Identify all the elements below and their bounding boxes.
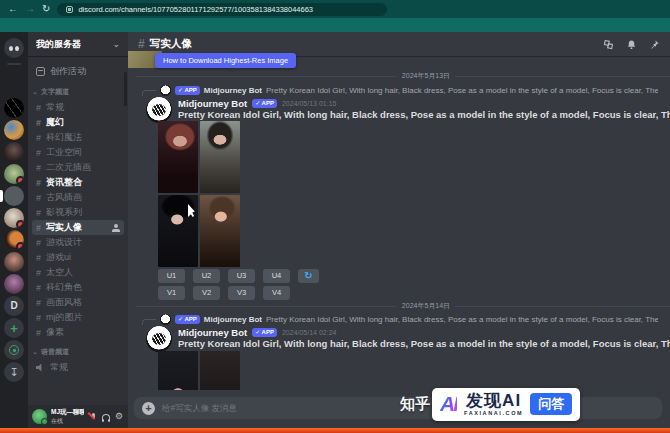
channel-item[interactable]: #mj的图片	[32, 310, 124, 325]
reply-context[interactable]: ✓ APP Midjourney Bot Pretty Korean Idol …	[128, 313, 658, 325]
channel-item[interactable]: #游戏ui	[32, 250, 124, 265]
image-grid[interactable]	[158, 121, 240, 267]
sidebar-scrollbar[interactable]	[124, 72, 127, 106]
category-text-channels[interactable]: ⌄ 文字频道	[28, 84, 128, 100]
rerun-button[interactable]: ↻	[298, 269, 319, 283]
calendar-icon	[36, 67, 45, 76]
author-name[interactable]: Midjourney Bot	[178, 327, 247, 338]
channel-label: 常规	[50, 361, 68, 374]
server-icon-midjourney[interactable]	[4, 98, 24, 118]
channel-item[interactable]: #游戏设计	[32, 235, 124, 250]
channel-item[interactable]: #像素	[32, 325, 124, 340]
v2-button[interactable]: V2	[193, 286, 220, 300]
deafen-button[interactable]	[101, 412, 111, 422]
hash-icon: #	[36, 328, 41, 338]
address-bar[interactable]: discord.com/channels/1077052801171292577…	[57, 3, 387, 16]
channel-item[interactable]: #工业空间	[32, 145, 124, 160]
server-icon[interactable]	[4, 164, 24, 184]
hash-icon: #	[36, 253, 41, 263]
channel-label: 太空人	[46, 266, 73, 279]
user-controls: ⚙	[88, 412, 124, 422]
hash-icon: #	[36, 148, 41, 158]
channel-item[interactable]: #画面风格	[32, 295, 124, 310]
browser-reload-icon[interactable]: ↻	[42, 0, 50, 18]
browser-forward-icon[interactable]: →	[25, 0, 35, 18]
download-icon: ↧	[9, 366, 18, 379]
server-icon[interactable]	[4, 230, 24, 250]
author-name[interactable]: Midjourney Bot	[178, 98, 247, 109]
reply-author[interactable]: Midjourney Bot	[204, 315, 262, 324]
user-panel: MJ玩—聊聊 在线 ⚙	[28, 405, 128, 428]
notification-bell-icon[interactable]	[626, 39, 637, 50]
user-meta: MJ玩—聊聊 在线	[51, 408, 84, 426]
browser-back-icon[interactable]: ←	[8, 0, 18, 18]
v3-button[interactable]: V3	[228, 286, 255, 300]
channel-label: 二次元插画	[46, 161, 91, 174]
u2-button[interactable]: U2	[193, 269, 220, 283]
site-info-icon[interactable]	[66, 6, 73, 13]
browser-chrome-band	[0, 18, 670, 32]
invite-member-icon[interactable]	[112, 224, 120, 232]
channel-item[interactable]: #科幻魔法	[32, 130, 124, 145]
channel-item[interactable]: #二次元插画	[32, 160, 124, 175]
server-icon-current[interactable]	[4, 186, 24, 206]
explore-servers-button[interactable]	[4, 340, 24, 360]
user-avatar[interactable]	[32, 409, 47, 424]
server-header[interactable]: 我的服务器 ⌄	[28, 32, 128, 56]
u1-button[interactable]: U1	[158, 269, 185, 283]
hash-icon: #	[36, 208, 41, 218]
add-server-button[interactable]: +	[4, 318, 24, 338]
reply-author[interactable]: Midjourney Bot	[204, 86, 262, 95]
message-input-bar: +	[128, 390, 670, 428]
channel-item[interactable]: #魔幻	[32, 115, 124, 130]
pinned-messages-icon[interactable]	[649, 39, 660, 50]
server-icon[interactable]	[4, 142, 24, 162]
download-apps-button[interactable]: ↧	[4, 362, 24, 382]
settings-button[interactable]: ⚙	[114, 412, 124, 422]
bottom-orange-bar	[0, 428, 670, 433]
channel-item[interactable]: #科幻角色	[32, 280, 124, 295]
channel-item[interactable]: #影视系列	[32, 205, 124, 220]
voice-channel-item[interactable]: 常规	[32, 360, 124, 375]
timestamp: 2024/05/13 01:15	[282, 100, 337, 107]
message-input-box[interactable]: +	[134, 397, 662, 419]
server-icon[interactable]	[4, 274, 24, 294]
server-icon-letter[interactable]: D	[4, 296, 24, 316]
mute-mic-button[interactable]	[88, 412, 98, 422]
generated-image-1[interactable]	[158, 121, 198, 193]
channel-item[interactable]: #常规	[32, 100, 124, 115]
discord-app: D + ↧ 我的服务器 ⌄ 创作活动 ⌄ 文字频道 #常规 #魔幻	[0, 32, 670, 428]
server-icon[interactable]	[4, 208, 24, 228]
bot-avatar[interactable]	[146, 326, 172, 352]
u4-button[interactable]: U4	[263, 269, 290, 283]
reply-spine	[142, 90, 156, 97]
reply-spine	[142, 319, 156, 326]
channel-item[interactable]: #太空人	[32, 265, 124, 280]
reply-preview-text[interactable]: Pretty Korean Idol Girl, With long hair,…	[266, 315, 658, 324]
channel-item-active[interactable]: #写实人像	[32, 220, 124, 235]
unread-badge	[16, 220, 24, 228]
channel-item[interactable]: #古风插画	[32, 190, 124, 205]
u3-button[interactable]: U3	[228, 269, 255, 283]
sidebar-item-events[interactable]: 创作活动	[28, 62, 128, 80]
discord-home-icon[interactable]	[4, 38, 24, 58]
reply-context[interactable]: ✓ APP Midjourney Bot Pretty Korean Idol …	[128, 84, 658, 96]
threads-icon[interactable]	[603, 39, 614, 50]
server-icon[interactable]	[4, 120, 24, 140]
v1-button[interactable]: V1	[158, 286, 185, 300]
attach-plus-icon[interactable]: +	[142, 402, 155, 415]
date-divider-label: 2024年5月13日	[397, 71, 455, 81]
v4-button[interactable]: V4	[263, 286, 290, 300]
howto-download-button[interactable]: How to Download Highest-Res Image	[155, 53, 296, 68]
generated-image-4[interactable]	[200, 195, 240, 267]
bot-avatar[interactable]	[146, 97, 172, 123]
chat-main: # 写实人像 How to Download Highest-Res Image	[128, 32, 670, 428]
server-icon[interactable]	[4, 252, 24, 272]
category-voice-channels[interactable]: ⌄ 语音频道	[28, 344, 128, 360]
channel-label: 魔幻	[46, 116, 64, 129]
generated-image-2[interactable]	[200, 121, 240, 193]
channel-item[interactable]: #资讯整合	[32, 175, 124, 190]
channel-label: 游戏ui	[46, 251, 71, 264]
generated-image-3[interactable]	[158, 195, 198, 267]
reply-preview-text[interactable]: Pretty Korean Idol Girl, With long hair,…	[266, 86, 658, 95]
